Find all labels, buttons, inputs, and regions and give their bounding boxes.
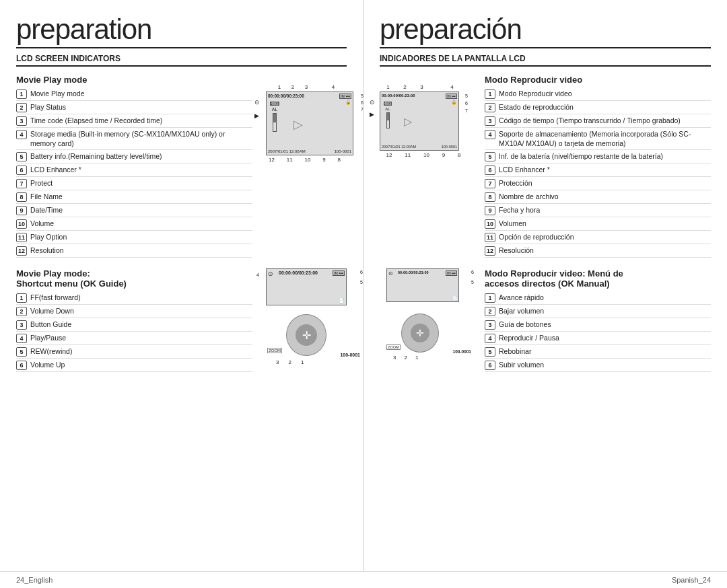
list-item: 3Guía de botones <box>485 320 711 332</box>
r-sub2-t1: Modo Reproducir video: Menú de <box>485 268 623 279</box>
item-text: Soporte de almacenamiento (Memoria incor… <box>499 129 711 148</box>
storage-indicator: IN ▪▪▪ <box>339 94 351 99</box>
list-item: 5Battery info.(Remaining battery level/t… <box>16 151 252 163</box>
r-bottom-labels: 12 11 10 9 8 <box>380 152 467 158</box>
diag-r-num-4: 4 <box>450 84 453 90</box>
item-num: 8 <box>485 192 495 202</box>
num-6: 6 <box>361 100 364 105</box>
left-items-area: Movie Play mode 1Movie Play mode 2Play S… <box>16 72 252 263</box>
left-section-header: LCD SCREEN INDICATORS <box>16 54 347 67</box>
list-item: 9Fecha y hora <box>485 205 711 217</box>
bottom-right-section: ⊙ 00:00:00/00:23:00 IN ▪▪▪ 📄 6 5 ✛ <box>380 266 711 377</box>
num-10: 10 <box>305 157 311 163</box>
item-num: 6 <box>485 361 495 370</box>
item-num: 9 <box>485 206 495 215</box>
list-item: 5REW(rewind) <box>16 346 252 359</box>
item-num: 3 <box>485 116 495 126</box>
list-item: 4Reproducir / Pausa <box>485 333 711 345</box>
right-title: preparación <box>380 13 711 48</box>
diagram-area-2-right: ⊙ 00:00:00/00:23:00 IN ▪▪▪ 📄 6 5 ✛ <box>380 266 467 377</box>
cam-bottom-row: 2007/01/01 12:00AM 100-0001 <box>268 149 351 153</box>
item-num: 4 <box>16 130 27 139</box>
r-play-sym: ▷ <box>404 115 412 128</box>
r-cam-right: IN ▪▪▪ 🔒 <box>446 94 457 105</box>
num-8: 8 <box>338 157 341 163</box>
item-num: 8 <box>16 192 27 202</box>
bottom-num-labels: 12 11 10 9 8 <box>259 157 347 163</box>
list-item: 1Movie Play mode <box>16 89 252 101</box>
r-n5b: 5 <box>471 280 474 285</box>
item-num: 1 <box>16 293 27 303</box>
joystick-inner: ✛ <box>296 324 317 346</box>
cam2-timecode: 00:00:00/00:23:00 <box>279 270 318 275</box>
item-text: Bajar volumen <box>499 306 544 316</box>
r-cam-icon: ⊙ <box>370 99 375 106</box>
list-item: 10Volume <box>16 219 252 231</box>
list-item: 5Rebobinar <box>485 346 711 359</box>
num-11: 11 <box>287 157 293 163</box>
item-text: Volume Up <box>30 360 65 369</box>
r-lock: 🔒 <box>451 100 457 105</box>
list-item: 4Play/Pause <box>16 333 252 345</box>
item-text: Time code (Elapsed time / Recorded time) <box>30 116 162 125</box>
cam-file: 100-0001 <box>335 149 351 153</box>
r-n12: 12 <box>386 152 392 158</box>
list-item: 1FF(fast forward) <box>16 293 252 305</box>
item-num: 6 <box>16 166 27 175</box>
item-num: 1 <box>16 89 27 99</box>
list-item: 2Bajar volumen <box>485 306 711 318</box>
item-num: 5 <box>16 152 27 161</box>
list-item: 3Time code (Elapsed time / Recorded time… <box>16 116 252 128</box>
item-text: Resolución <box>499 246 534 255</box>
cam2-file-num: 100-0001 <box>340 353 360 357</box>
item-text: Volume Down <box>30 306 74 316</box>
item-text: Date/Time <box>30 205 63 215</box>
r-cam2-timecode: 00:00:00/00:23:00 <box>398 270 429 274</box>
item-text: Resolution <box>30 246 64 255</box>
r-right-nums: 5 6 7 <box>465 94 468 113</box>
item-text: File Name <box>30 192 63 201</box>
item-num: 6 <box>16 361 27 370</box>
num-5: 5 <box>361 94 364 98</box>
list-item: 6Subir volumen <box>485 360 711 372</box>
list-item: 11Opción de reproducción <box>485 232 711 244</box>
item-num: 2 <box>16 103 27 112</box>
top-right-section: 1 2 3 4 ⊙ ▶ 00:00:00/00:23:00 IN ▪▪▪ 🔒 <box>380 72 711 263</box>
item-num: 3 <box>485 320 495 330</box>
item-num: 6 <box>485 166 495 175</box>
num-9: 9 <box>322 157 325 163</box>
r-joystick-inner: ✛ <box>411 324 429 342</box>
item-num: 7 <box>16 179 27 188</box>
subsection1-title-right: Modo Reproducir video <box>485 75 711 85</box>
item-num: 10 <box>16 219 27 229</box>
item-text: Avance rápido <box>499 293 544 302</box>
diag-r-num-3: 3 <box>420 84 423 90</box>
left-title: preparation <box>16 13 347 48</box>
list-item: 8File Name <box>16 192 252 204</box>
r-file-num: 100-0001 <box>453 349 471 354</box>
footer-left: 24_English <box>16 576 53 584</box>
right-num-labels: 5 6 7 <box>361 94 364 112</box>
battery-indicator <box>273 113 277 132</box>
item-num: 5 <box>485 347 495 357</box>
item-text: FF(fast forward) <box>30 293 81 302</box>
list-item: 2Estado de reproducción <box>485 102 711 114</box>
r-bottom-nums: 3 2 1 <box>393 355 418 361</box>
left-column: preparation LCD SCREEN INDICATORS Movie … <box>0 0 364 571</box>
diag-r-num-1: 1 <box>386 84 389 90</box>
item-text: Inf. de la batería (nivel/tiempo restant… <box>499 151 663 161</box>
r-resolution: 480i <box>384 102 392 106</box>
subsection2-title1: Movie Play mode: <box>16 268 90 279</box>
left-item-list-2: 1FF(fast forward) 2Volume Down 3Button G… <box>16 293 252 372</box>
diag-num-2: 2 <box>291 84 294 90</box>
list-item: 10Volumen <box>485 219 711 231</box>
list-item: 1Avance rápido <box>485 293 711 305</box>
list-item: 6LCD Enhancer * <box>485 165 711 177</box>
num-7: 7 <box>361 107 364 112</box>
list-item: 2Play Status <box>16 102 252 114</box>
r-cam2-right-nums: 6 5 <box>471 270 474 285</box>
r-n1b: 1 <box>415 355 418 361</box>
diag-r-num-2: 2 <box>403 84 406 90</box>
item-num: 2 <box>16 307 27 316</box>
left-item-list-1: 1Movie Play mode 2Play Status 3Time code… <box>16 89 252 258</box>
